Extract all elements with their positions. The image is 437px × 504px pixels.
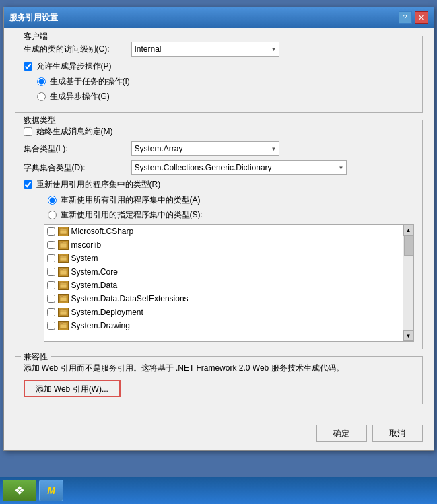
title-bar-buttons: ? ✕ bbox=[399, 11, 428, 24]
assembly-icon-6 bbox=[58, 308, 69, 317]
reuse-specified-label: 重新使用引用的指定程序集中的类型(S): bbox=[61, 209, 203, 221]
svg-rect-3 bbox=[60, 242, 67, 248]
start-button[interactable]: ❖ bbox=[3, 480, 36, 501]
list-item: System.Core bbox=[44, 265, 403, 279]
ok-button[interactable]: 确定 bbox=[316, 425, 367, 442]
assembly-icon-3 bbox=[58, 267, 69, 277]
assembly-name-6: System.Deployment bbox=[71, 308, 143, 317]
svg-rect-9 bbox=[60, 269, 67, 275]
mail-button[interactable]: M bbox=[39, 480, 63, 501]
scroll-up-btn[interactable]: ▲ bbox=[403, 225, 414, 236]
collection-type-wrapper: System.Array System.Collections.Generic.… bbox=[131, 141, 279, 156]
assembly-checkbox-7[interactable] bbox=[47, 322, 55, 330]
reuse-all-radio[interactable] bbox=[48, 196, 57, 205]
svg-rect-2 bbox=[61, 228, 63, 229]
assembly-checkbox-4[interactable] bbox=[47, 281, 55, 289]
assembly-name-3: System.Core bbox=[71, 267, 118, 277]
assembly-name-0: Microsoft.CSharp bbox=[71, 227, 134, 236]
list-item: System.Deployment bbox=[44, 305, 403, 319]
taskbar: ❖ M bbox=[0, 477, 437, 504]
reuse-types-label: 重新使用引用的程序集中的类型(R) bbox=[36, 179, 161, 190]
mail-icon: M bbox=[47, 485, 55, 496]
dialog-title: 服务引用设置 bbox=[9, 12, 58, 24]
svg-rect-18 bbox=[60, 310, 67, 315]
cancel-button[interactable]: 取消 bbox=[372, 425, 423, 442]
collection-type-label: 集合类型(L): bbox=[24, 143, 131, 155]
assembly-name-4: System.Data bbox=[71, 281, 118, 290]
always-generate-row: 始终生成消息约定(M) bbox=[24, 126, 414, 137]
scroll-down-btn[interactable]: ▼ bbox=[403, 330, 414, 341]
start-icon: ❖ bbox=[14, 483, 25, 498]
svg-rect-17 bbox=[61, 295, 63, 297]
access-level-select[interactable]: Internal Public Private bbox=[131, 42, 279, 57]
scroll-thumb[interactable] bbox=[404, 236, 413, 256]
dict-type-row: 字典集合类型(D): System.Collections.Generic.Di… bbox=[24, 160, 414, 175]
close-button[interactable]: ✕ bbox=[415, 11, 428, 24]
assembly-name-5: System.Data.DataSetExtensions bbox=[71, 294, 189, 303]
dialog-window: 服务引用设置 ? ✕ 客户端 生成的类的访问级别(C): Internal bbox=[3, 7, 434, 451]
always-generate-checkbox[interactable] bbox=[24, 127, 32, 136]
svg-rect-6 bbox=[60, 256, 67, 261]
list-scrollbar[interactable]: ▲ ▼ bbox=[403, 225, 413, 341]
assembly-checkbox-6[interactable] bbox=[47, 308, 55, 316]
reuse-all-label: 重新使用所有引用的程序集中的类型(A) bbox=[61, 194, 201, 206]
list-item: System.Data bbox=[44, 279, 403, 292]
title-bar: 服务引用设置 ? ✕ bbox=[4, 7, 434, 28]
assembly-icon-4 bbox=[58, 281, 69, 290]
assembly-checkbox-2[interactable] bbox=[47, 254, 55, 262]
list-item: System.Drawing bbox=[44, 319, 403, 332]
svg-rect-11 bbox=[61, 268, 63, 270]
always-generate-label: 始终生成消息约定(M) bbox=[36, 126, 113, 137]
assembly-icon-5 bbox=[58, 294, 69, 303]
client-section: 客户端 生成的类的访问级别(C): Internal Public Privat… bbox=[15, 36, 423, 113]
reuse-types-row: 重新使用引用的程序集中的类型(R) bbox=[24, 179, 414, 190]
assembly-name-2: System bbox=[71, 254, 98, 263]
access-level-label: 生成的类的访问级别(C): bbox=[24, 44, 131, 55]
assembly-icon-2 bbox=[58, 254, 69, 263]
list-item: mscorlib bbox=[44, 238, 403, 252]
assembly-name-7: System.Drawing bbox=[71, 321, 130, 330]
compat-section: 兼容性 添加 Web 引用而不是服务引用。这将基于 .NET Framework… bbox=[15, 356, 423, 404]
list-item: System bbox=[44, 252, 403, 265]
list-item: System.Data.DataSetExtensions bbox=[44, 292, 403, 305]
allow-async-row: 允许生成异步操作(P) bbox=[24, 61, 414, 72]
async-op-radio[interactable] bbox=[37, 92, 46, 101]
async-op-radio-row: 生成异步操作(G) bbox=[37, 91, 414, 102]
compat-text: 添加 Web 引用而不是服务引用。这将基于 .NET Framework 2.0… bbox=[24, 362, 414, 374]
svg-rect-8 bbox=[61, 255, 63, 256]
assembly-checkbox-3[interactable] bbox=[47, 268, 55, 276]
reuse-specified-radio[interactable] bbox=[48, 211, 57, 219]
assembly-checkbox-5[interactable] bbox=[47, 295, 55, 303]
assembly-list-container: Microsoft.CSharp mscorlib System bbox=[44, 224, 414, 342]
dialog-content: 客户端 生成的类的访问级别(C): Internal Public Privat… bbox=[4, 28, 434, 419]
svg-rect-15 bbox=[60, 296, 67, 301]
data-types-section: 数据类型 始终生成消息约定(M) 集合类型(L): System.Array S… bbox=[15, 120, 423, 349]
svg-rect-14 bbox=[61, 282, 63, 283]
assembly-name-1: mscorlib bbox=[71, 240, 102, 250]
svg-rect-21 bbox=[60, 323, 67, 328]
help-button[interactable]: ? bbox=[399, 11, 412, 24]
list-item: Microsoft.CSharp bbox=[44, 225, 403, 238]
dict-type-select[interactable]: System.Collections.Generic.Dictionary Sy… bbox=[131, 160, 347, 175]
assembly-checkbox-1[interactable] bbox=[47, 241, 55, 249]
add-web-ref-button[interactable]: 添加 Web 引用(W)... bbox=[24, 380, 121, 397]
dict-type-label: 字典集合类型(D): bbox=[24, 162, 131, 174]
assembly-list: Microsoft.CSharp mscorlib System bbox=[44, 225, 403, 341]
assembly-checkbox-0[interactable] bbox=[47, 227, 55, 236]
svg-rect-23 bbox=[61, 322, 63, 324]
async-op-label: 生成异步操作(G) bbox=[50, 91, 110, 102]
collection-type-select[interactable]: System.Array System.Collections.Generic.… bbox=[131, 141, 279, 156]
access-level-wrapper: Internal Public Private bbox=[131, 42, 279, 57]
dialog-button-row: 确定 取消 bbox=[4, 419, 434, 450]
svg-rect-5 bbox=[61, 242, 63, 243]
reuse-types-checkbox[interactable] bbox=[24, 180, 32, 189]
compat-section-label: 兼容性 bbox=[21, 351, 51, 363]
scroll-track bbox=[403, 236, 413, 330]
allow-async-checkbox[interactable] bbox=[24, 62, 32, 71]
assembly-icon-7 bbox=[58, 321, 69, 330]
svg-rect-0 bbox=[60, 229, 67, 234]
client-section-label: 客户端 bbox=[21, 31, 51, 42]
collection-type-row: 集合类型(L): System.Array System.Collections… bbox=[24, 141, 414, 156]
allow-async-label: 允许生成异步操作(P) bbox=[36, 61, 112, 72]
task-based-radio[interactable] bbox=[37, 77, 46, 86]
